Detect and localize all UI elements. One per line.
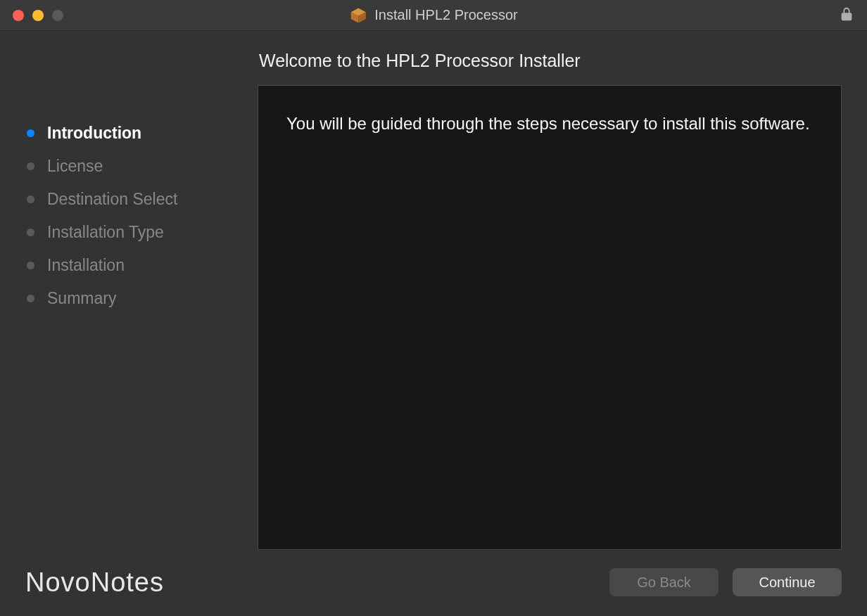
window-title: Install HPL2 Processor [374,7,517,23]
sidebar-step-introduction: Introduction [27,117,258,150]
step-bullet-icon [27,229,34,236]
step-label: Installation Type [47,223,164,242]
sidebar-step-license: License [27,150,258,183]
content-box: You will be guided through the steps nec… [258,85,842,550]
body-area: Introduction License Destination Select … [25,31,842,550]
step-bullet-icon [27,195,34,203]
main-panel: Welcome to the HPL2 Processor Installer … [258,31,842,550]
step-bullet-icon [27,129,34,137]
continue-button[interactable]: Continue [733,568,842,596]
step-label: Destination Select [47,190,177,209]
sidebar: Introduction License Destination Select … [25,31,258,550]
footer: NovoNotes Go Back Continue [25,550,842,599]
window-title-container: Install HPL2 Processor [349,6,517,25]
step-label: Introduction [47,124,141,143]
sidebar-step-destination-select: Destination Select [27,183,258,216]
content-wrapper: Introduction License Destination Select … [0,31,867,616]
page-title: Welcome to the HPL2 Processor Installer [258,51,842,71]
minimize-window-button[interactable] [32,10,44,21]
titlebar: Install HPL2 Processor [0,0,867,31]
close-window-button[interactable] [13,10,24,21]
brand-logo: NovoNotes [25,567,164,598]
step-bullet-icon [27,295,34,302]
welcome-text: You will be guided through the steps nec… [286,114,810,133]
step-bullet-icon [27,262,34,269]
traffic-lights [13,10,63,21]
step-label: Installation [47,256,125,275]
installer-window: Install HPL2 Processor Introduction Lice… [0,0,867,616]
sidebar-step-installation: Installation [27,249,258,282]
sidebar-step-installation-type: Installation Type [27,216,258,249]
footer-buttons: Go Back Continue [609,568,842,596]
step-bullet-icon [27,162,34,170]
go-back-button: Go Back [609,568,719,596]
step-label: Summary [47,289,116,308]
step-label: License [47,157,103,176]
lock-icon [839,6,854,25]
maximize-window-button [52,10,63,21]
package-icon [349,6,367,25]
sidebar-step-summary: Summary [27,282,258,315]
